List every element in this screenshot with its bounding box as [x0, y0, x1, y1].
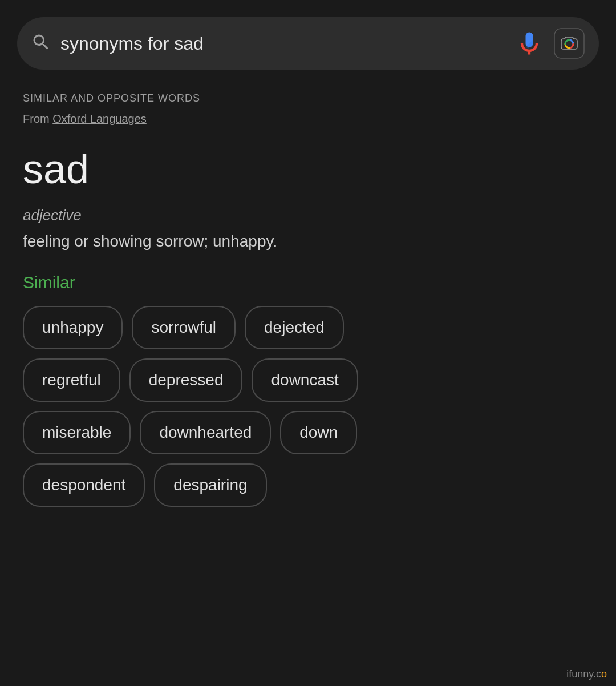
synonym-chip-regretful[interactable]: regretful: [23, 358, 120, 402]
word-definition: feeling or showing sorrow; unhappy.: [23, 230, 593, 252]
synonym-chip-depressed[interactable]: depressed: [129, 358, 243, 402]
synonyms-row-1: unhappy sorrowful dejected: [23, 306, 593, 349]
synonym-chip-despairing[interactable]: despairing: [154, 463, 266, 507]
synonym-chip-dejected[interactable]: dejected: [245, 306, 344, 349]
search-bar-container: synonyms for sad: [0, 0, 616, 81]
synonym-chip-unhappy[interactable]: unhappy: [23, 306, 123, 349]
synonym-chip-down[interactable]: down: [280, 411, 357, 454]
search-bar[interactable]: synonyms for sad: [17, 17, 599, 70]
camera-icon[interactable]: [553, 27, 585, 59]
synonyms-row-2: regretful depressed downcast: [23, 358, 593, 402]
synonym-chip-downcast[interactable]: downcast: [252, 358, 358, 402]
ifunny-watermark: ifunny.co: [566, 668, 607, 680]
similar-label: Similar: [23, 273, 593, 292]
synonym-chip-sorrowful[interactable]: sorrowful: [132, 306, 236, 349]
watermark-text: ifunny.c: [566, 668, 601, 680]
source-link[interactable]: Oxford Languages: [52, 112, 147, 125]
source-prefix: From: [23, 112, 50, 125]
word-heading: sad: [23, 148, 593, 189]
main-content: SIMILAR AND OPPOSITE WORDS From Oxford L…: [0, 81, 616, 530]
synonyms-row-4: despondent despairing: [23, 463, 593, 507]
synonyms-row-3: miserable downhearted down: [23, 411, 593, 454]
source-line: From Oxford Languages: [23, 112, 593, 126]
microphone-icon[interactable]: [514, 29, 544, 58]
word-type: adjective: [23, 207, 593, 224]
search-input-text[interactable]: synonyms for sad: [60, 33, 505, 54]
synonym-chip-miserable[interactable]: miserable: [23, 411, 131, 454]
synonyms-grid: unhappy sorrowful dejected regretful dep…: [23, 306, 593, 507]
watermark-dot: o: [601, 668, 607, 680]
synonym-chip-downhearted[interactable]: downhearted: [140, 411, 271, 454]
synonym-chip-despondent[interactable]: despondent: [23, 463, 145, 507]
svg-rect-0: [554, 29, 584, 58]
search-icon: [31, 32, 51, 55]
section-title: SIMILAR AND OPPOSITE WORDS: [23, 92, 593, 104]
